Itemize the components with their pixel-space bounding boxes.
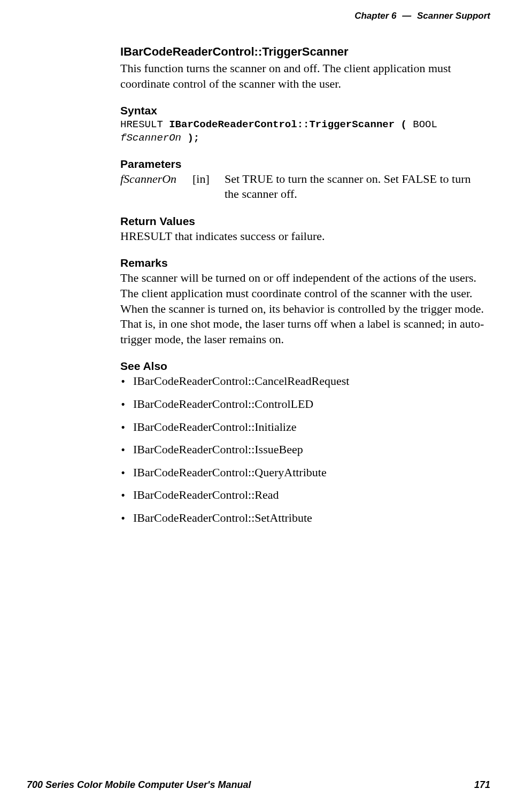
parameters-heading: Parameters — [120, 158, 485, 171]
parameter-description: Set TRUE to turn the scanner on. Set FAL… — [225, 172, 485, 202]
remarks-text: The scanner will be turned on or off ind… — [120, 270, 485, 347]
header-dash: — — [402, 11, 411, 21]
see-also-item: IBarCodeReaderControl::Initialize — [120, 420, 485, 435]
see-also-item: IBarCodeReaderControl::SetAttribute — [120, 511, 485, 526]
page-header: Chapter 6 — Scanner Support — [27, 11, 490, 24]
see-also-item: IBarCodeReaderControl::ControlLED — [120, 397, 485, 412]
footer-page-number: 171 — [474, 779, 490, 791]
see-also-item: IBarCodeReaderControl::IssueBeep — [120, 442, 485, 458]
syntax-code: HRESULT IBarCodeReaderControl::TriggerSc… — [120, 118, 485, 144]
see-also-item: IBarCodeReaderControl::QueryAttribute — [120, 465, 485, 481]
code-text-italic: fScannerOn — [120, 132, 181, 144]
parameter-row: fScannerOn [in] Set TRUE to turn the sca… — [120, 172, 485, 202]
code-text-bold: ); — [181, 132, 199, 144]
chapter-label: Chapter 6 — [354, 11, 396, 21]
content-area: IBarCodeReaderControl::TriggerScanner Th… — [120, 45, 485, 525]
chapter-title: Scanner Support — [417, 11, 490, 21]
see-also-heading: See Also — [120, 360, 485, 373]
return-values-text: HRESULT that indicates success or failur… — [120, 229, 485, 244]
see-also-item: IBarCodeReaderControl::Read — [120, 488, 485, 503]
function-title: IBarCodeReaderControl::TriggerScanner — [120, 45, 485, 59]
remarks-heading: Remarks — [120, 257, 485, 269]
parameter-name: fScannerOn — [120, 172, 192, 202]
parameter-direction: [in] — [192, 172, 225, 202]
intro-text: This function turns the scanner on and o… — [120, 61, 485, 91]
footer-manual-title: 700 Series Color Mobile Computer User's … — [27, 779, 251, 791]
syntax-heading: Syntax — [120, 104, 485, 117]
return-values-heading: Return Values — [120, 215, 485, 228]
see-also-item: IBarCodeReaderControl::CancelReadRequest — [120, 374, 485, 389]
code-text: BOOL — [413, 119, 437, 130]
code-text-bold: IBarCodeReaderControl::TriggerScanner ( — [169, 119, 413, 130]
see-also-list: IBarCodeReaderControl::CancelReadRequest… — [120, 374, 485, 525]
code-text: HRESULT — [120, 119, 169, 130]
page-footer: 700 Series Color Mobile Computer User's … — [27, 779, 490, 791]
